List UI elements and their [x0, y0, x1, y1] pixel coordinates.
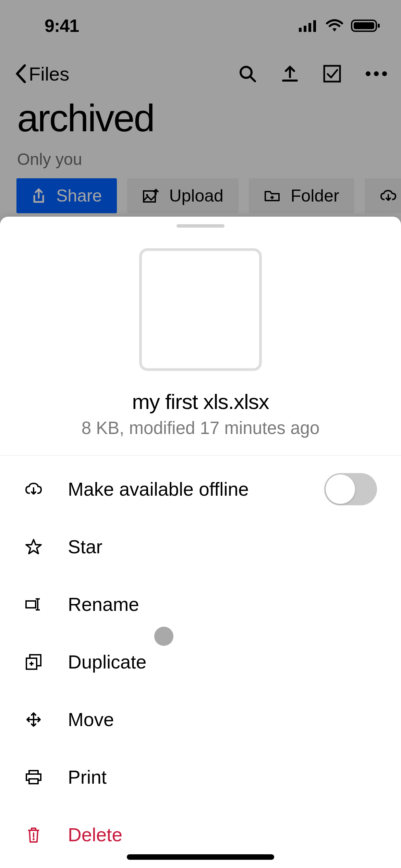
menu-item-rename[interactable]: Rename: [0, 576, 401, 633]
divider: [0, 455, 401, 456]
menu-label: Delete: [68, 824, 122, 846]
offline-toggle[interactable]: [324, 473, 377, 505]
file-name: my first xls.xlsx: [0, 389, 401, 414]
star-icon: [24, 537, 43, 556]
menu-item-star[interactable]: Star: [0, 518, 401, 576]
menu-label: Print: [68, 766, 107, 788]
menu-item-print[interactable]: Print: [0, 748, 401, 806]
menu-label: Make available offline: [68, 478, 249, 500]
sheet-grab-handle[interactable]: [177, 224, 224, 228]
svg-rect-18: [26, 601, 36, 608]
menu-item-offline[interactable]: Make available offline: [0, 460, 401, 518]
file-thumbnail: [139, 248, 262, 371]
rename-icon: [24, 595, 43, 614]
menu-label: Star: [68, 536, 102, 558]
svg-rect-25: [29, 779, 38, 784]
menu-item-duplicate[interactable]: Duplicate: [0, 633, 401, 691]
move-icon: [24, 710, 43, 729]
action-menu: Make available offline Star Rename Dupli…: [0, 460, 401, 864]
duplicate-icon: [24, 652, 43, 672]
menu-item-move[interactable]: Move: [0, 691, 401, 748]
cloud-offline-icon: [24, 480, 43, 499]
trash-icon: [24, 825, 43, 844]
menu-label: Duplicate: [68, 651, 146, 673]
home-indicator[interactable]: [127, 854, 274, 860]
svg-point-27: [33, 839, 35, 840]
print-icon: [24, 768, 43, 787]
touch-indicator: [154, 627, 173, 646]
file-meta: 8 KB, modified 17 minutes ago: [0, 418, 401, 438]
menu-label: Move: [68, 709, 114, 731]
menu-label: Rename: [68, 593, 139, 615]
file-actions-sheet: my first xls.xlsx 8 KB, modified 17 minu…: [0, 217, 401, 868]
